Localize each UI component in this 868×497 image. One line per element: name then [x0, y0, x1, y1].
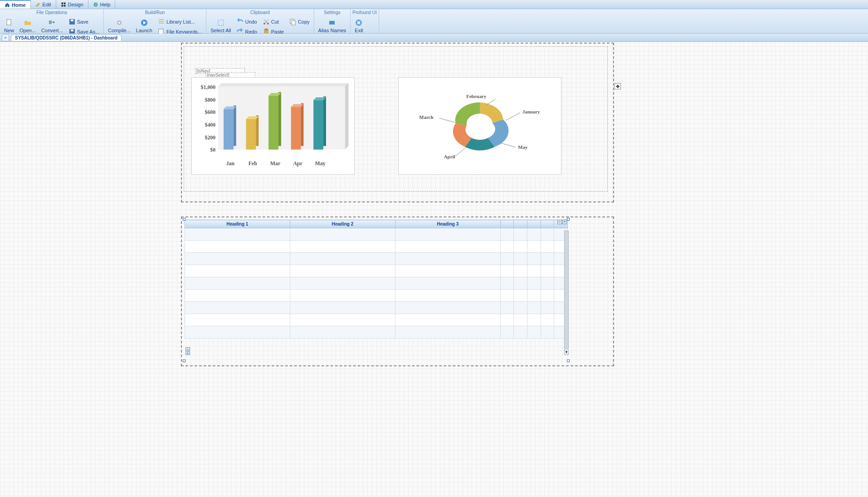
select-all-button[interactable]: Select All — [208, 17, 233, 35]
tab-home-label: Home — [12, 2, 26, 8]
convert-button[interactable]: Convert... — [39, 17, 65, 35]
resize-handle-se[interactable] — [567, 359, 570, 362]
cut-button[interactable]: Cut — [260, 17, 286, 27]
svg-rect-26 — [234, 105, 236, 146]
document-tab[interactable]: SYSALIB/QDDSSRC (D86DASHB1) - Dashboard — [11, 34, 122, 41]
ribbon-toolbar: File Operations New Open... Convert... — [0, 9, 868, 34]
list-icon — [158, 18, 165, 25]
table-row[interactable] — [185, 265, 568, 277]
xlabel-mar: Mar — [270, 160, 281, 167]
resize-handle-nw[interactable] — [183, 218, 185, 221]
slice-feb — [480, 102, 503, 123]
table-header-row: Heading 1 Heading 2 Heading 3 — [185, 220, 568, 228]
expand-sidebar-button[interactable]: » — [2, 34, 9, 41]
xlabel-feb: Feb — [249, 160, 258, 167]
save-button[interactable]: Save — [66, 17, 102, 27]
ytick-200: $200 — [205, 134, 215, 141]
copy-button[interactable]: Copy — [287, 17, 312, 27]
xlabel-jan: Jan — [226, 160, 235, 167]
pielabel-jan: January — [522, 109, 540, 114]
compile-label: Compile... — [108, 28, 131, 33]
grid-scrollbar[interactable] — [564, 231, 569, 349]
svg-line-45 — [439, 118, 455, 123]
table-row[interactable] — [185, 277, 568, 290]
col-heading-1[interactable]: Heading 1 — [185, 220, 290, 228]
svg-marker-22 — [218, 83, 348, 87]
library-list-button[interactable]: Library List... — [156, 17, 204, 27]
pencil-icon — [35, 2, 41, 7]
launch-label: Launch — [136, 28, 152, 33]
col-heading-6[interactable] — [527, 220, 541, 228]
ribbon-section-build: Build/Run Compile... Launch Library List… — [104, 9, 206, 33]
svg-rect-25 — [224, 109, 234, 149]
col-heading-3[interactable]: Heading 3 — [395, 220, 500, 228]
svg-rect-37 — [313, 100, 323, 150]
svg-rect-32 — [278, 92, 281, 146]
svg-line-42 — [506, 113, 520, 120]
tab-edit-label: Edit — [43, 2, 51, 7]
svg-rect-17 — [265, 29, 268, 30]
section-title-build: Build/Run — [106, 9, 204, 16]
table-row[interactable] — [185, 326, 568, 339]
help-icon: ? — [93, 2, 98, 7]
compile-button[interactable]: Compile... — [106, 17, 133, 35]
table-row[interactable] — [185, 290, 568, 302]
remove-column-icon[interactable]: − — [557, 220, 562, 224]
resize-handle-sw[interactable] — [183, 359, 185, 362]
data-grid-table: Heading 1 Heading 2 Heading 3 — [185, 220, 568, 339]
table-row[interactable] — [185, 302, 568, 314]
ytick-800: $800 — [205, 97, 215, 103]
svg-rect-28 — [246, 119, 256, 149]
design-icon — [61, 2, 66, 7]
bar-jan — [224, 105, 236, 149]
bar-mar — [268, 92, 281, 150]
tab-design[interactable]: Design — [56, 0, 88, 9]
pie-chart-widget[interactable]: February January May April March — [398, 77, 561, 175]
col-heading-5[interactable] — [514, 220, 527, 228]
ytick-1000: $1,000 — [201, 84, 216, 90]
tab-help[interactable]: ? Help — [88, 0, 116, 9]
table-row[interactable] — [185, 253, 568, 265]
move-handle-icon[interactable]: ✥ — [614, 83, 621, 89]
data-grid-widget[interactable]: − + Heading 1 Heading 2 Heading 3 — [185, 220, 568, 360]
copy-label: Copy — [298, 19, 310, 25]
launch-button[interactable]: Launch — [134, 17, 155, 35]
exit-button[interactable]: Exit — [352, 17, 365, 35]
add-row-icon[interactable]: + — [185, 351, 190, 355]
undo-button[interactable]: Undo — [234, 17, 259, 27]
alias-names-button[interactable]: Alias Names — [316, 17, 349, 35]
selall-label: Select All — [210, 28, 231, 33]
col-heading-2[interactable]: Heading 2 — [290, 220, 395, 228]
new-button[interactable]: New — [2, 17, 16, 35]
col-heading-4[interactable] — [500, 220, 514, 228]
select-all-icon — [217, 19, 224, 26]
undo-icon — [236, 18, 244, 25]
pielabel-mar: March — [419, 114, 433, 120]
tab-edit[interactable]: Edit — [31, 0, 56, 9]
table-row[interactable] — [185, 228, 568, 241]
gear-icon — [116, 19, 123, 26]
design-canvas[interactable]: ✥ [isNav] [navSelect] $1,000 $800 $600 $… — [0, 42, 868, 497]
table-row[interactable] — [185, 241, 568, 253]
add-column-icon[interactable]: + — [562, 220, 567, 224]
document-tab-bar: » SYSALIB/QDDSSRC (D86DASHB1) - Dashboar… — [0, 34, 868, 42]
new-file-icon — [5, 19, 13, 26]
open-label: Open... — [20, 28, 36, 33]
table-row[interactable] — [185, 314, 568, 326]
tab-home[interactable]: Home — [0, 0, 31, 9]
ribbon-section-settings: Settings Alias Names — [314, 9, 351, 33]
undo-label: Undo — [245, 19, 257, 25]
resize-handle-ne[interactable] — [567, 218, 570, 221]
bar-chart-widget[interactable]: $1,000 $800 $600 $400 $200 $0 — [191, 77, 355, 175]
scroll-down-icon[interactable]: ▾ — [564, 349, 569, 355]
svg-rect-3 — [49, 20, 52, 24]
document-tab-label: SYSALIB/QDDSSRC (D86DASHB1) - Dashboard — [15, 35, 117, 40]
col-heading-7[interactable] — [541, 220, 554, 228]
svg-text:?: ? — [95, 3, 97, 7]
svg-rect-7 — [71, 30, 73, 31]
remove-row-icon[interactable]: − — [185, 347, 190, 351]
new-label: New — [4, 28, 14, 33]
open-button[interactable]: Open... — [17, 17, 38, 35]
svg-rect-19 — [292, 20, 295, 25]
svg-rect-20 — [329, 21, 335, 25]
